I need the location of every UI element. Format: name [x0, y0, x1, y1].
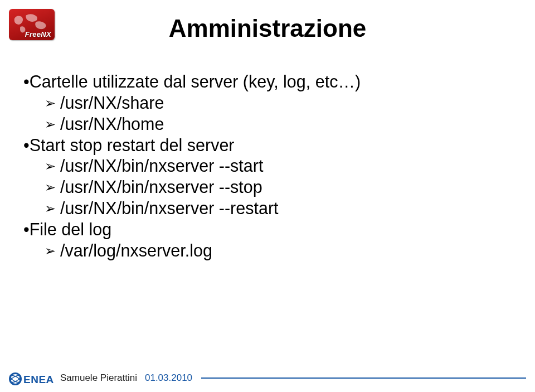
footer: ENEA Samuele Pierattini 01.03.2010 — [9, 371, 526, 385]
bullet-text: /var/log/nxserver.log — [60, 240, 513, 262]
bullet-text: /usr/NX/bin/nxserver ‐‐restart — [60, 198, 513, 219]
chevron-right-icon: ➢ — [45, 114, 56, 135]
bullet-text: •Start stop restart del server — [23, 135, 235, 154]
bullet-text: /usr/NX/bin/nxserver ‐‐start — [60, 156, 513, 177]
enea-brand-text: ENEA — [23, 374, 54, 386]
chevron-right-icon: ➢ — [45, 198, 56, 219]
presentation-date: 01.03.2010 — [145, 372, 192, 384]
bullet-level-1: ➢/usr/NX/bin/nxserver ‐‐start — [45, 156, 513, 177]
atom-icon — [9, 372, 22, 385]
chevron-right-icon: ➢ — [45, 156, 56, 177]
bullet-level-0: •File del log — [23, 219, 513, 240]
bullet-text: •File del log — [23, 220, 111, 239]
chevron-right-icon: ➢ — [45, 93, 56, 114]
author-name: Samuele Pierattini — [60, 372, 137, 384]
slide-title: Amministrazione — [0, 14, 535, 42]
bullet-level-1: ➢/usr/NX/bin/nxserver ‐‐stop — [45, 177, 513, 198]
bullet-level-1: ➢/usr/NX/bin/nxserver ‐‐restart — [45, 198, 513, 219]
enea-logo: ENEA — [9, 371, 55, 385]
bullet-level-0: •Start stop restart del server — [23, 135, 513, 156]
bullet-level-1: ➢/var/log/nxserver.log — [45, 240, 513, 262]
divider-line — [201, 378, 526, 379]
bullet-level-1: ➢/usr/NX/home — [45, 114, 513, 135]
bullet-text: •Cartelle utilizzate dal server (key, lo… — [23, 72, 361, 91]
bullet-text: /usr/NX/bin/nxserver ‐‐stop — [60, 177, 513, 198]
chevron-right-icon: ➢ — [45, 177, 56, 198]
content-body: •Cartelle utilizzate dal server (key, lo… — [23, 71, 513, 262]
bullet-text: /usr/NX/home — [60, 114, 513, 135]
slide: FreeNX Amministrazione •Cartelle utilizz… — [0, 0, 535, 392]
chevron-right-icon: ➢ — [45, 240, 56, 262]
bullet-text: /usr/NX/share — [60, 93, 513, 114]
bullet-level-0: •Cartelle utilizzate dal server (key, lo… — [23, 71, 513, 93]
bullet-level-1: ➢/usr/NX/share — [45, 93, 513, 114]
